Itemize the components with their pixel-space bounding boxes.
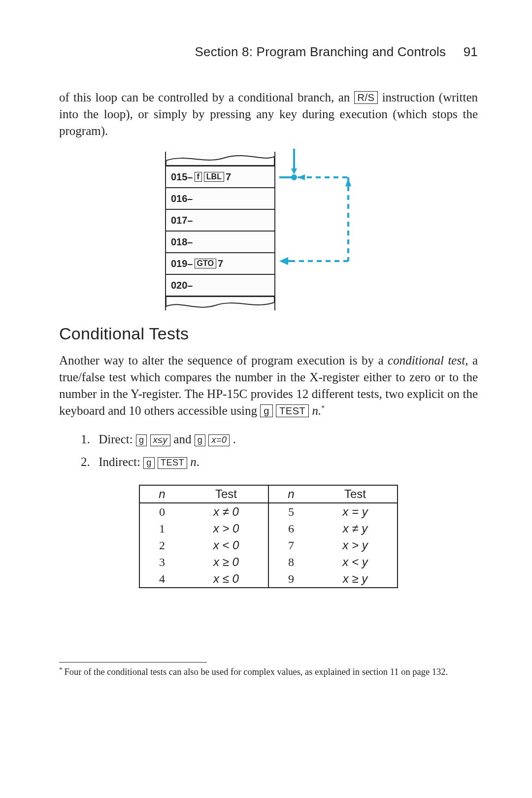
prog-row-018: 018–: [166, 231, 274, 252]
footnote-ref: *: [321, 404, 325, 411]
footnote-rule: [59, 662, 207, 663]
svg-marker-9: [279, 257, 288, 265]
row-suffix: 7: [218, 258, 223, 269]
p2-trail: n.: [312, 404, 321, 417]
paragraph-2: Another way to alter the sequence of pro…: [59, 352, 478, 419]
th-test: Test: [184, 485, 268, 503]
cell-n: 2: [139, 537, 184, 554]
svg-marker-7: [345, 178, 351, 186]
list-item-2: 2. Indirect: g TEST n.: [81, 452, 478, 472]
key-xley: x≤y: [150, 434, 170, 446]
test-tbody: 0 x ≠ 0 5 x = y 1 x > 0 6 x ≠ y 2 x < 0 …: [139, 503, 398, 588]
key-xeq0: x=0: [208, 434, 230, 446]
torn-edge-top: [166, 152, 274, 166]
th-n: n: [139, 485, 184, 503]
test-table: n Test n Test 0 x ≠ 0 5 x = y 1 x > 0 6 …: [139, 485, 398, 588]
cell-test: x ≤ 0: [184, 570, 268, 588]
svg-marker-1: [291, 168, 297, 174]
key-rs: R/S: [354, 91, 378, 104]
key-test: TEST: [276, 404, 309, 417]
th-n: n: [268, 485, 313, 503]
key-g: g: [143, 457, 155, 469]
row-num: 016–: [171, 193, 193, 204]
cell-n: 4: [139, 570, 184, 588]
li-label: Indirect:: [99, 455, 143, 468]
footnote-text: Four of the conditional tests can also b…: [65, 667, 448, 677]
svg-marker-5: [298, 174, 305, 180]
table-row: 0 x ≠ 0 5 x = y: [139, 503, 398, 520]
prog-row-020: 020–: [166, 274, 274, 296]
page-header: Section 8: Program Branching and Control…: [59, 44, 478, 60]
cell-test: x < y: [313, 554, 398, 570]
cell-test: x > 0: [184, 520, 268, 537]
list-tests: 1. Direct: g x≤y and g x=0 . 2. Indirect…: [81, 430, 478, 472]
torn-edge-bottom: [166, 296, 274, 310]
heading-conditional-tests: Conditional Tests: [59, 324, 478, 343]
paragraph-1: of this loop can be controlled by a cond…: [59, 89, 478, 139]
li-label: Direct:: [99, 432, 136, 446]
footnote-mark: *: [59, 665, 63, 673]
cell-test: x = y: [313, 503, 398, 520]
prog-row-016: 016–: [166, 187, 274, 209]
li-num: 2.: [81, 452, 96, 472]
row-num: 015–: [171, 171, 193, 183]
row-num: 018–: [171, 236, 193, 248]
page-number: 91: [464, 44, 478, 60]
table-row: 3 x ≥ 0 8 x < y: [139, 554, 398, 570]
cell-n: 0: [139, 503, 184, 520]
prog-row-019: 019– GTO 7: [166, 252, 274, 274]
program-listing: 015– f LBL 7 016– 017– 018– 019– GTO 7: [165, 152, 275, 310]
p1-pre: of this loop can be controlled by a cond…: [59, 91, 354, 104]
key-g: g: [260, 404, 273, 417]
table-row: 1 x > 0 6 x ≠ y: [139, 520, 398, 537]
key-test: TEST: [158, 457, 187, 469]
cell-test: x < 0: [184, 537, 268, 554]
cell-n: 6: [268, 520, 313, 537]
key-gto-icon: GTO: [195, 259, 216, 268]
section-title: Section 8: Program Branching and Control…: [195, 44, 446, 59]
table-row: 2 x < 0 7 x > y: [139, 537, 398, 554]
row-num: 019–: [171, 258, 193, 269]
cell-n: 5: [268, 503, 313, 520]
li-n: n: [190, 455, 197, 468]
cell-n: 9: [268, 570, 313, 588]
row-suffix: 7: [226, 171, 231, 183]
cell-n: 1: [139, 520, 184, 537]
th-test: Test: [313, 485, 398, 503]
p2-em: conditional test,: [388, 354, 468, 367]
cell-n: 3: [139, 554, 184, 570]
li-end: .: [233, 432, 236, 446]
key-f-icon: f: [195, 172, 202, 182]
li-num: 1.: [81, 430, 96, 449]
footnote: *Four of the conditional tests can also …: [59, 665, 478, 678]
row-num: 017–: [171, 215, 193, 226]
page: Section 8: Program Branching and Control…: [0, 0, 532, 798]
cell-test: x > y: [313, 537, 398, 554]
row-num: 020–: [171, 280, 193, 291]
li-end: .: [197, 455, 200, 468]
list-item-1: 1. Direct: g x≤y and g x=0 .: [81, 430, 478, 449]
cell-test: x ≠ 0: [184, 503, 268, 520]
table-row: 4 x ≤ 0 9 x ≥ y: [139, 570, 398, 588]
key-g: g: [136, 434, 147, 446]
cell-n: 8: [268, 554, 313, 570]
p2-t1: Another way to alter the sequence of pro…: [59, 354, 388, 367]
prog-row-015: 015– f LBL 7: [166, 166, 274, 187]
cell-test: x ≥ y: [313, 570, 398, 588]
loop-arrow-icon: [278, 149, 372, 301]
li-mid: and: [173, 432, 194, 446]
key-g: g: [195, 434, 206, 446]
key-lbl-icon: LBL: [204, 172, 224, 182]
cell-test: x ≠ y: [313, 520, 398, 537]
figure-loop: 015– f LBL 7 016– 017– 018– 019– GTO 7: [59, 152, 478, 301]
cell-n: 7: [268, 537, 313, 554]
prog-row-017: 017–: [166, 209, 274, 231]
cell-test: x ≥ 0: [184, 554, 268, 570]
